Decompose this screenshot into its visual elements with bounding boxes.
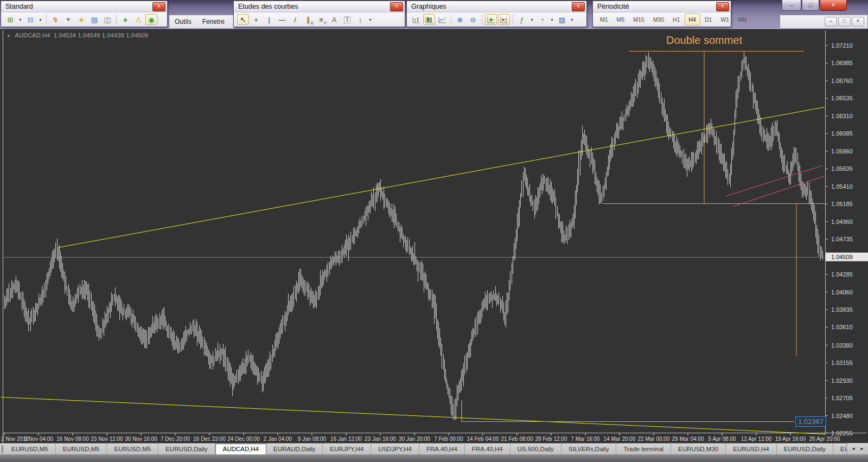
close-button[interactable]: × bbox=[820, 0, 847, 11]
close-icon[interactable]: × bbox=[152, 2, 165, 11]
navigator-icon[interactable]: ◫ bbox=[101, 14, 113, 25]
indicators-icon[interactable]: ƒ bbox=[516, 14, 528, 25]
auto-scroll-icon[interactable] bbox=[485, 14, 497, 25]
menu-outils[interactable]: Outils bbox=[169, 18, 197, 25]
svg-text:1.03380: 1.03380 bbox=[831, 342, 853, 349]
toolbar-charts: Graphiques × ⊕⊖ƒ▾◔▾▨▾ bbox=[406, 1, 587, 27]
vertical-line-icon[interactable]: | bbox=[263, 14, 275, 25]
line-chart-icon[interactable] bbox=[436, 14, 448, 25]
tab-scroll-right-icon[interactable]: ► bbox=[860, 446, 864, 451]
caret-down-icon[interactable]: ▾ bbox=[17, 14, 23, 25]
period-button-mn[interactable]: MN bbox=[733, 14, 751, 25]
menubar-fragment: Outils Fenetre bbox=[169, 15, 235, 29]
chart-tab-fra-40-h4[interactable]: FRA.40,H4 bbox=[465, 444, 510, 454]
chart-tab-eurusd-m30[interactable]: EURUSD,M30 bbox=[671, 444, 726, 454]
toolbar-separator bbox=[513, 15, 513, 24]
templates-icon[interactable]: ▨ bbox=[556, 14, 568, 25]
chart-tab-silvers-daily[interactable]: SILVERs,Daily bbox=[561, 444, 617, 454]
tab-scroll-left-icon[interactable]: ◄ bbox=[851, 446, 856, 451]
chart-tab-eurjpy-h4[interactable]: EURJPY,H4 bbox=[323, 444, 371, 454]
chart-shift-icon[interactable] bbox=[498, 14, 510, 25]
caret-down-icon[interactable]: ▾ bbox=[367, 14, 373, 25]
chart-menu-icon[interactable]: ▼ bbox=[7, 34, 11, 39]
arrows-icon[interactable]: ↕ bbox=[354, 14, 366, 25]
text-icon[interactable]: A bbox=[328, 14, 340, 25]
caret-down-icon[interactable]: ▾ bbox=[549, 14, 555, 25]
chart-tab-audcad-h4[interactable]: AUDCAD,H4 bbox=[215, 444, 266, 454]
chart-tab-trade-terminal[interactable]: Trade terminal bbox=[616, 444, 671, 454]
caret-down-icon[interactable]: ▾ bbox=[37, 14, 43, 25]
trendline-icon[interactable]: / bbox=[289, 14, 301, 25]
zoom-out-icon[interactable]: ⊖ bbox=[467, 14, 479, 25]
chart-tab-eurusd-m5[interactable]: EURUSD,M5 bbox=[107, 444, 158, 454]
svg-text:19 Apr 16:00: 19 Apr 16:00 bbox=[775, 436, 806, 442]
svg-text:30 Nov 16:00: 30 Nov 16:00 bbox=[125, 436, 157, 442]
tick-chart-icon[interactable]: ↯ bbox=[49, 14, 61, 25]
chart-window[interactable]: 1.072101.069851.067601.065351.063101.060… bbox=[0, 29, 868, 443]
price-chart[interactable]: 1.072101.069851.067601.065351.063101.060… bbox=[0, 30, 868, 444]
crosshair-icon[interactable]: ⌖ bbox=[62, 14, 74, 25]
child-close-button[interactable]: × bbox=[852, 17, 864, 27]
svg-text:23 Jan 16:00: 23 Jan 16:00 bbox=[365, 436, 396, 442]
equidistant-channel-icon[interactable]: ∥E bbox=[302, 14, 314, 25]
period-button-d1[interactable]: D1 bbox=[700, 14, 716, 25]
autotrading-icon[interactable]: ◉ bbox=[145, 14, 157, 25]
svg-text:1.02705: 1.02705 bbox=[831, 395, 853, 401]
crosshair-tool-icon[interactable]: + bbox=[250, 14, 262, 25]
menu-fenetre[interactable]: Fenetre bbox=[197, 18, 230, 25]
chart-tab-eurusd-daily[interactable]: EURUSD,Daily bbox=[158, 444, 215, 454]
horizontal-line-icon[interactable]: — bbox=[276, 14, 288, 25]
close-icon[interactable]: × bbox=[716, 2, 729, 11]
new-order-icon[interactable]: + bbox=[119, 14, 131, 25]
maximize-button[interactable]: □ bbox=[802, 0, 819, 11]
toolbar-title: Etudes des courbes bbox=[238, 3, 298, 10]
svg-text:1.06310: 1.06310 bbox=[831, 113, 853, 119]
svg-text:9 Nov 04:00: 9 Nov 04:00 bbox=[24, 436, 53, 442]
svg-text:1.06985: 1.06985 bbox=[831, 60, 853, 66]
toolbar-separator bbox=[116, 15, 117, 24]
chart-tab-eurusd-m5[interactable]: EURUSD,M5 bbox=[4, 444, 56, 454]
chart-tab-euraud-daily[interactable]: EURAUD,Daily bbox=[266, 444, 323, 454]
chart-tab-eurusd-h4[interactable]: EURUSD,H4 bbox=[726, 444, 776, 454]
bar-chart-icon[interactable] bbox=[410, 14, 422, 25]
chart-tab-eurusd-daily[interactable]: EURUSD,Daily bbox=[777, 444, 833, 454]
fibonacci-icon[interactable]: ≡F bbox=[315, 14, 327, 25]
svg-text:1.06535: 1.06535 bbox=[831, 95, 853, 101]
double-top-annotation[interactable]: Double sommet bbox=[655, 34, 753, 47]
close-icon[interactable]: × bbox=[390, 2, 403, 11]
chart-tab-us-500-daily[interactable]: US.500,Daily bbox=[510, 444, 561, 454]
svg-text:1.05635: 1.05635 bbox=[831, 165, 853, 172]
minimize-button[interactable]: – bbox=[782, 0, 801, 11]
period-button-w1[interactable]: W1 bbox=[716, 14, 733, 25]
period-button-m30[interactable]: M30 bbox=[649, 14, 668, 25]
periods-icon[interactable]: ◔ bbox=[536, 14, 548, 25]
chart-tab-usdjpy-h4[interactable]: USDJPY,H4 bbox=[371, 444, 419, 454]
close-icon[interactable]: × bbox=[572, 2, 585, 11]
period-button-m5[interactable]: M5 bbox=[612, 14, 629, 25]
target-price-label[interactable]: 1.02367 bbox=[795, 416, 826, 427]
chart-tab-fra-40-h4[interactable]: FRA.40,H4 bbox=[419, 444, 465, 454]
chart-tab-eurusd-m5[interactable]: EURUSD,M5 bbox=[56, 444, 107, 454]
profiles-icon[interactable]: ⊟ bbox=[24, 14, 36, 25]
new-chart-icon[interactable]: ⊞ bbox=[4, 14, 16, 25]
child-restore-button[interactable]: □ bbox=[838, 17, 851, 27]
caret-down-icon[interactable]: ▾ bbox=[569, 14, 575, 25]
child-minimize-button[interactable]: – bbox=[825, 17, 837, 27]
text-label-icon[interactable]: T bbox=[341, 14, 353, 25]
period-button-h1[interactable]: H1 bbox=[668, 14, 684, 25]
candlestick-chart-icon[interactable] bbox=[423, 14, 435, 25]
cursor-icon[interactable]: ↖ bbox=[237, 14, 249, 25]
toolbar-title: Graphiques bbox=[411, 3, 446, 10]
market-watch-icon[interactable]: ▤ bbox=[88, 14, 100, 25]
alerts-icon[interactable]: ⚠ bbox=[132, 14, 144, 25]
period-button-m1[interactable]: M1 bbox=[596, 14, 612, 25]
period-button-h4[interactable]: H4 bbox=[685, 14, 700, 25]
caret-down-icon[interactable]: ▾ bbox=[529, 14, 535, 25]
mt4-application: – □ × Outils Fenetre – □ × Standard × ⊞▾… bbox=[0, 0, 868, 462]
period-button-m15[interactable]: M15 bbox=[629, 14, 648, 25]
favorites-icon[interactable]: ★ bbox=[75, 14, 87, 25]
zoom-in-icon[interactable]: ⊕ bbox=[454, 14, 466, 25]
svg-text:12 Apr 12:00: 12 Apr 12:00 bbox=[741, 436, 772, 442]
svg-text:5 Apr 08:00: 5 Apr 08:00 bbox=[708, 436, 736, 442]
svg-text:1.04735: 1.04735 bbox=[831, 236, 853, 242]
